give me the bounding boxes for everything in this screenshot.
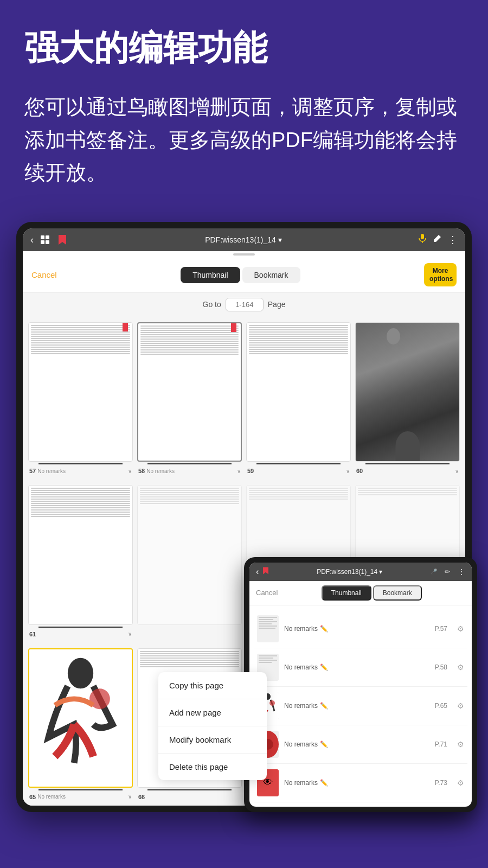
bookmark-list: No remarks ✏️ P.57 ⚙: [249, 605, 472, 807]
bookmark-remark-71: No remarks ✏️: [284, 741, 429, 748]
secondary-tablet-mockup: ‹ PDF:wissen13(1)_14 ▾ 🎤 ✏ ⋮ Cancel Thum…: [244, 557, 477, 812]
svg-point-6: [68, 658, 93, 688]
bookmark-remark-57: No remarks ✏️: [284, 625, 429, 633]
context-add-page[interactable]: Add new page: [158, 699, 267, 726]
thumb-item-60[interactable]: 60 ∨: [355, 322, 460, 474]
bookmark-settings-71[interactable]: ⚙: [457, 740, 464, 749]
secondary-toolbar: ‹ PDF:wissen13(1)_14 ▾ 🎤 ✏ ⋮: [249, 563, 472, 581]
bookmark-row-65[interactable]: No remarks ✏️ P.65 ⚙: [254, 687, 467, 725]
toolbar-title: PDF:wissen13(1)_14 ▾: [74, 235, 413, 244]
chevron-icon[interactable]: ∨: [128, 631, 132, 637]
secondary-tab-bookmark[interactable]: Bookmark: [373, 585, 422, 601]
back-button[interactable]: ‹: [30, 234, 34, 246]
grid-icon[interactable]: [39, 234, 51, 246]
goto-label: Go to: [203, 300, 221, 309]
bookmark-row-73[interactable]: 👁 No remarks ✏️ P.73 ⚙: [254, 764, 467, 802]
bookmark-row-57[interactable]: No remarks ✏️ P.57 ⚙: [254, 610, 467, 648]
no-remarks: No remarks: [37, 468, 66, 474]
secondary-panel-bar: Cancel Thumbnail Bookmark: [249, 581, 472, 605]
page-number: 61: [29, 631, 36, 637]
bookmark-thumb-57: [257, 615, 279, 642]
bookmark-remark-58: No remarks ✏️: [284, 663, 429, 671]
bookmark-page-71: P.71: [435, 741, 447, 748]
secondary-back-button[interactable]: ‹: [256, 567, 259, 577]
svg-point-9: [269, 700, 275, 706]
bookmark-page-58: P.58: [435, 663, 447, 671]
page-title: 强大的编辑功能: [24, 27, 464, 69]
svg-rect-0: [41, 235, 44, 239]
thumb-item-57[interactable]: 57 No remarks ∨: [28, 322, 133, 474]
bookmark-settings-65[interactable]: ⚙: [457, 701, 464, 710]
goto-bar: Go to Page: [23, 292, 465, 317]
page-input[interactable]: [226, 298, 264, 311]
page-number: 60: [356, 468, 363, 474]
no-remarks: No remarks: [37, 794, 66, 800]
cancel-button[interactable]: Cancel: [31, 270, 57, 279]
thumb-item-62[interactable]: [137, 485, 242, 637]
bookmark-flag-58: [231, 323, 236, 332]
thumb-item-61[interactable]: 61 ∨: [28, 485, 133, 637]
panel-bar: Cancel Thumbnail Bookmark More options: [23, 258, 465, 292]
thumb-item-58[interactable]: 58 No remarks ∨: [137, 322, 242, 474]
secondary-toolbar-title: PDF:wissen13(1)_14 ▾: [273, 568, 426, 576]
chevron-icon[interactable]: ∨: [346, 468, 350, 474]
app-toolbar: ‹ PDF:wissen13(1)_14: [23, 228, 465, 251]
bookmark-remark-73: No remarks ✏️: [284, 779, 429, 787]
bookmark-settings-58[interactable]: ⚙: [457, 663, 464, 672]
bookmark-page-65: P.65: [435, 702, 447, 710]
mic-icon[interactable]: [419, 234, 426, 246]
context-delete-page[interactable]: Delete this page: [158, 754, 267, 780]
thumb-item-59[interactable]: 59 ∨: [246, 322, 351, 474]
chevron-icon[interactable]: ∨: [128, 468, 132, 474]
no-remarks: No remarks: [146, 468, 175, 474]
page-number: 58: [138, 468, 145, 474]
chevron-icon[interactable]: ∨: [237, 468, 241, 474]
page-description: 您可以通过鸟瞰图增删页面，调整页序，复制或添加书签备注。更多高级的PDF编辑功能…: [24, 91, 464, 189]
thumb-item-65[interactable]: 65 No remarks ∨: [28, 648, 133, 800]
thumbnail-grid: 57 No remarks ∨: [23, 317, 465, 480]
chevron-icon[interactable]: ∨: [455, 468, 459, 474]
bookmark-row-58[interactable]: No remarks ✏️ P.58 ⚙: [254, 648, 467, 687]
page-number: 59: [247, 468, 254, 474]
page-number: 65: [29, 794, 36, 800]
context-copy-page[interactable]: Copy this page: [158, 672, 267, 699]
svg-rect-4: [421, 234, 424, 239]
more-icon[interactable]: ⋮: [448, 234, 458, 246]
page-number: 66: [138, 794, 145, 800]
secondary-more-icon[interactable]: ⋮: [458, 567, 465, 576]
bookmark-icon[interactable]: [56, 234, 68, 246]
bookmark-remark-65: No remarks ✏️: [284, 702, 429, 710]
more-options-button[interactable]: More options: [424, 263, 457, 286]
tab-thumbnail[interactable]: Thumbnail: [181, 267, 240, 283]
context-menu: Copy this page Add new page Modify bookm…: [158, 672, 267, 780]
svg-rect-3: [46, 240, 49, 244]
bookmark-page-57: P.57: [435, 625, 447, 633]
bookmark-flag-57: [123, 323, 128, 331]
secondary-bookmark-icon[interactable]: [263, 567, 268, 576]
page-label: Page: [268, 300, 286, 309]
tab-bookmark[interactable]: Bookmark: [242, 267, 300, 283]
secondary-cancel-button[interactable]: Cancel: [256, 589, 278, 597]
svg-rect-2: [41, 240, 44, 244]
bookmark-settings-73[interactable]: ⚙: [457, 778, 464, 787]
bookmark-page-73: P.73: [435, 779, 447, 787]
secondary-mic-icon[interactable]: 🎤: [431, 569, 437, 575]
bookmark-row-71[interactable]: No remarks ✏️ P.71 ⚙: [254, 725, 467, 764]
bookmark-settings-57[interactable]: ⚙: [457, 624, 464, 633]
secondary-pen-icon[interactable]: ✏: [445, 568, 450, 576]
secondary-tab-thumbnail[interactable]: Thumbnail: [322, 585, 371, 601]
context-modify-bookmark[interactable]: Modify bookmark: [158, 726, 267, 754]
svg-rect-1: [46, 235, 49, 239]
page-number: 57: [29, 468, 36, 474]
pen-icon[interactable]: [433, 234, 441, 245]
chevron-icon[interactable]: ∨: [128, 794, 132, 800]
